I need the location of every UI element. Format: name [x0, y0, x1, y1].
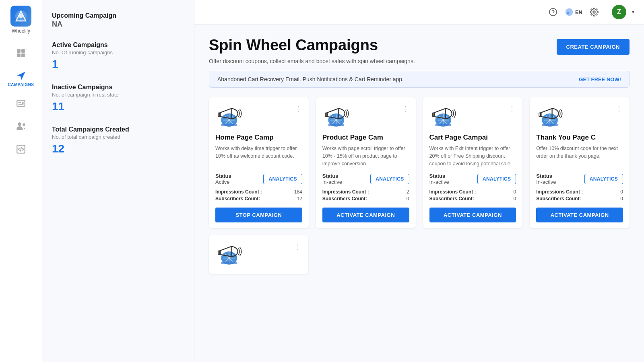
card-0-subscribers-row: Subscribers Count: 12	[215, 196, 302, 202]
card-1-status-row: Status In-active ANALYTICS	[322, 173, 409, 185]
language-selector[interactable]: A EN	[565, 8, 582, 16]
svg-rect-2	[17, 49, 21, 53]
card-0-impressions-row: Impressions Count : 184	[215, 189, 302, 195]
card-0-action-button[interactable]: STOP CAMPAIGN	[215, 208, 302, 222]
promo-link[interactable]: GET FREE NOW!	[579, 76, 621, 82]
promo-bar: Abandoned Cart Recovery Email. Push Noti…	[209, 71, 630, 88]
svg-rect-43	[542, 124, 558, 126]
svg-rect-36	[435, 124, 451, 126]
settings-icon[interactable]	[588, 6, 600, 18]
inactive-campaigns-desc: No. of campaign in rest state	[52, 92, 184, 98]
card-3-desc: Offer 10% discount code for the next ord…	[536, 145, 623, 167]
card-1-header: ⋮	[322, 105, 409, 129]
app-name-label: Wheelify	[12, 28, 30, 34]
card-3-status: Status In-active	[536, 173, 556, 185]
upcoming-value: NA	[52, 20, 184, 29]
card-4-menu[interactable]: ⋮	[294, 243, 302, 251]
card-3-impressions-label: Impressions Count :	[536, 189, 583, 195]
card-2-impressions-label: Impressions Count :	[429, 189, 476, 195]
card-0-stats: Impressions Count : 184 Subscribers Coun…	[215, 189, 302, 203]
card-2-action-button[interactable]: ACTIVATE CAMPAIGN	[429, 208, 516, 222]
card-1-status: Status In-active	[322, 173, 342, 185]
card-3-icon	[536, 105, 568, 129]
card-2-menu[interactable]: ⋮	[508, 105, 516, 113]
nav-campaigns[interactable]: CAMPAIGNS	[0, 65, 42, 93]
card-0-subscribers-label: Subscribers Count:	[215, 196, 260, 202]
card-1-analytics-button[interactable]: ANALYTICS	[370, 174, 409, 184]
svg-rect-4	[17, 53, 21, 57]
nav-code[interactable]	[0, 138, 42, 161]
card-1-subscribers-value: 0	[407, 196, 409, 202]
user-dropdown-arrow[interactable]: ▾	[632, 9, 634, 15]
upcoming-campaign-block: Upcoming Campaign NA	[52, 12, 184, 29]
svg-point-14	[593, 11, 595, 13]
svg-rect-6	[17, 100, 25, 106]
card-1-subscribers-label: Subscribers Count:	[322, 196, 367, 202]
svg-text:A: A	[567, 11, 569, 14]
upcoming-label: Upcoming Campaign	[52, 12, 184, 19]
campaign-card-1: ⋮ Product Page Cam Works with page scrol…	[316, 97, 416, 228]
create-campaign-button[interactable]: CREATE CAMPAIGN	[557, 39, 630, 55]
active-campaigns-label: Active Campaigns	[52, 41, 184, 49]
card-2-status: Status In-active	[429, 173, 449, 185]
card-3-action-button[interactable]: ACTIVATE CAMPAIGN	[536, 208, 623, 222]
main-content: Spin Wheel Campaigns CREATE CAMPAIGN Off…	[194, 25, 644, 362]
svg-rect-29	[328, 124, 344, 126]
card-1-action-button[interactable]: ACTIVATE CAMPAIGN	[322, 208, 409, 222]
active-campaigns-block: Active Campaigns No. Of running campaign…	[52, 41, 184, 71]
svg-point-8	[18, 122, 21, 126]
card-0-analytics-button[interactable]: ANALYTICS	[263, 174, 302, 184]
page-subtitle: Offer discount coupons, collect emails a…	[209, 58, 630, 64]
card-3-subscribers-row: Subscribers Count: 0	[536, 196, 623, 202]
card-0-menu[interactable]: ⋮	[294, 105, 302, 113]
card-3-analytics-button[interactable]: ANALYTICS	[584, 174, 623, 184]
card-0-title: Home Page Camp	[215, 134, 302, 142]
card-3-status-row: Status In-active ANALYTICS	[536, 173, 623, 185]
card-2-status-row: Status In-active ANALYTICS	[429, 173, 516, 185]
card-2-header: ⋮	[429, 105, 516, 129]
status-label: Status	[215, 173, 231, 179]
card-3-menu[interactable]: ⋮	[615, 105, 623, 113]
card-0-desc: Works with delay time trigger to offer 1…	[215, 145, 302, 167]
card-1-impressions-row: Impressions Count : 2	[322, 189, 409, 195]
card-1-stats: Impressions Count : 2 Subscribers Count:…	[322, 189, 409, 203]
card-1-icon	[322, 105, 355, 129]
card-1-impressions-label: Impressions Count :	[322, 189, 369, 195]
card-3-subscribers-value: 0	[620, 196, 623, 202]
card-2-analytics-button[interactable]: ANALYTICS	[477, 174, 516, 184]
card-3-header: ⋮	[536, 105, 623, 129]
card-2-title: Cart Page Campai	[429, 134, 516, 142]
campaign-card-4-partial: ⋮	[209, 235, 308, 274]
card-0-header: ⋮	[215, 105, 302, 129]
campaigns-grid: ⋮ Home Page Camp Works with delay time t…	[209, 97, 630, 228]
nav-dashboard[interactable]	[0, 42, 42, 65]
user-avatar[interactable]: Z	[612, 5, 626, 19]
inactive-campaigns-label: Inactive Campaigns	[52, 84, 184, 91]
card-2-desc: Works with Exit Intent trigger to offer …	[429, 145, 516, 167]
app-logo[interactable]	[10, 6, 31, 27]
campaign-card-3: ⋮ Thank You Page C Offer 10% discount co…	[530, 97, 630, 228]
lang-label[interactable]: EN	[575, 9, 582, 15]
help-icon[interactable]	[547, 6, 559, 18]
card-0-impressions-value: 184	[294, 189, 302, 195]
card-1-menu[interactable]: ⋮	[401, 105, 409, 113]
card-1-status-value: In-active	[322, 179, 342, 185]
header-bar: A EN Z ▾	[194, 0, 644, 25]
active-campaigns-value: 1	[52, 58, 184, 71]
svg-point-9	[23, 123, 25, 126]
card-2-impressions-value: 0	[514, 189, 516, 195]
card-2-impressions-row: Impressions Count : 0	[429, 189, 516, 195]
svg-rect-3	[21, 49, 25, 53]
card-2-subscribers-value: 0	[514, 196, 516, 202]
card-1-subscribers-row: Subscribers Count: 0	[322, 196, 409, 202]
card-0-status-value: Active	[215, 179, 231, 185]
stats-sidebar: Upcoming Campaign NA Active Campaigns No…	[42, 0, 194, 362]
card-2-icon	[429, 105, 462, 129]
card-2-stats: Impressions Count : 0 Subscribers Count:…	[429, 189, 516, 203]
card-3-stats: Impressions Count : 0 Subscribers Count:…	[536, 189, 623, 203]
page-title: Spin Wheel Campaigns	[209, 37, 378, 54]
total-campaigns-desc: No. of total campaign created	[52, 134, 184, 140]
nav-users[interactable]	[0, 115, 42, 138]
nav-ads[interactable]	[0, 93, 42, 115]
card-2-status-value: In-active	[429, 179, 449, 185]
